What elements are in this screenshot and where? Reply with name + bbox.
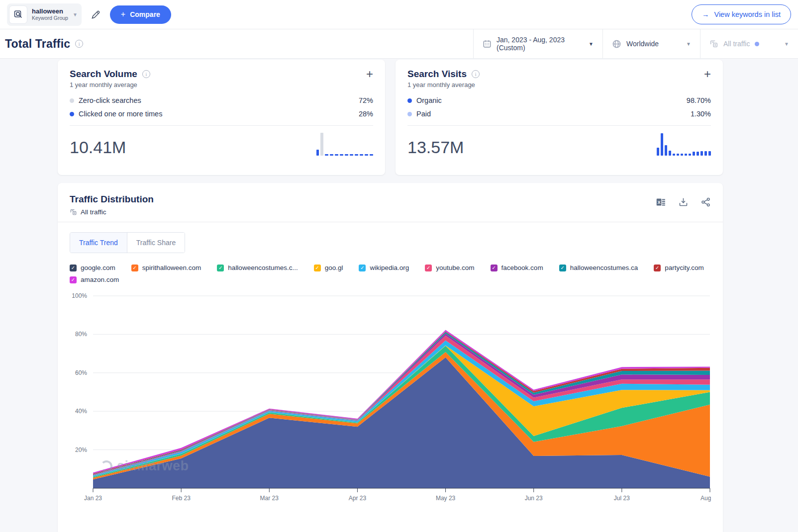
mini-chart-bar [320, 133, 323, 156]
mini-chart-bar [360, 154, 363, 156]
traffic-filter-selector[interactable]: All traffic ▼ [700, 29, 798, 58]
search-visits-total: 13.57M [407, 138, 464, 157]
svg-text:20%: 20% [75, 446, 87, 453]
mini-chart-bar [345, 154, 348, 156]
search-visits-card: Search Visits i + 1 year monthly average… [396, 60, 723, 175]
legend-item-halloweencostumes-ca[interactable]: ✓halloweencostumes.ca [559, 264, 638, 271]
svg-text:80%: 80% [75, 331, 87, 338]
mini-chart-bar [350, 154, 353, 156]
region-selector[interactable]: Worldwide ▼ [602, 29, 700, 58]
date-range-selector[interactable]: Jan, 2023 - Aug, 2023 (Custom) ▼ [473, 29, 602, 58]
checkbox-checked-icon[interactable]: ✓ [491, 265, 498, 271]
svg-text:X: X [658, 200, 661, 205]
chevron-down-icon: ▼ [784, 41, 789, 47]
checkbox-checked-icon[interactable]: ✓ [70, 265, 77, 271]
add-metric-button[interactable]: + [704, 69, 711, 79]
keyword-group-selector[interactable]: halloween Keyword Group ▼ [7, 3, 82, 26]
legend-label: goo.gl [325, 264, 343, 271]
channels-filter-icon [709, 39, 718, 48]
checkbox-checked-icon[interactable]: ✓ [217, 265, 224, 271]
mini-chart-bar [673, 154, 675, 156]
legend-item-halloweencostumes-c-[interactable]: ✓halloweencostumes.c... [217, 264, 298, 271]
compare-button[interactable]: + Compare [110, 5, 171, 24]
traffic-distribution-card: Traffic Distribution All traffic [58, 183, 723, 532]
legend-item-amazon-com[interactable]: ✓amazon.com [70, 276, 119, 283]
legend-label: wikipedia.org [370, 264, 409, 271]
legend-item-facebook-com[interactable]: ✓facebook.com [491, 264, 543, 271]
calendar-icon [483, 39, 492, 48]
legend-item-partycity-com[interactable]: ✓partycity.com [654, 264, 704, 271]
mini-chart-bar [316, 150, 319, 156]
mini-chart-bar [330, 154, 333, 156]
legend-item-google-com[interactable]: ✓google.com [70, 264, 115, 271]
mini-chart-bar [365, 154, 368, 156]
checkbox-checked-icon[interactable]: ✓ [425, 265, 432, 271]
search-volume-card: Search Volume i + 1 year monthly average… [58, 60, 385, 175]
stat-value: 1.30% [691, 110, 711, 118]
traffic-trend-chart: 20%40%60%80%100%Jan 23Feb 23Mar 23Apr 23… [70, 289, 711, 509]
legend-label: google.com [81, 264, 115, 271]
legend-label: youtube.com [436, 264, 474, 271]
keyword-group-icon [9, 5, 27, 24]
checkbox-checked-icon[interactable]: ✓ [654, 265, 661, 271]
download-icon[interactable] [678, 197, 689, 207]
info-icon[interactable]: i [472, 70, 480, 78]
edit-pencil-button[interactable] [91, 9, 101, 20]
chevron-down-icon: ▼ [686, 41, 691, 47]
search-volume-title: Search Volume [70, 69, 137, 80]
share-icon[interactable] [700, 197, 711, 207]
stat-row-organic: Organic 98.70% [407, 96, 711, 104]
chart-legend: ✓google.com✓spirithalloween.com✓hallowee… [70, 264, 711, 283]
region-value: Worldwide [626, 40, 659, 48]
export-excel-icon[interactable]: X [656, 197, 666, 207]
stacked-area-chart-svg: 20%40%60%80%100%Jan 23Feb 23Mar 23Apr 23… [70, 289, 711, 507]
mini-chart-bar [697, 152, 699, 156]
checkbox-checked-icon[interactable]: ✓ [359, 265, 366, 271]
checkbox-checked-icon[interactable]: ✓ [314, 265, 321, 271]
legend-label: partycity.com [665, 264, 704, 271]
legend-dot [70, 98, 74, 103]
info-icon[interactable]: i [142, 70, 150, 78]
svg-text:Mar 23: Mar 23 [260, 495, 279, 502]
mini-chart-bar [685, 154, 687, 156]
checkbox-checked-icon[interactable]: ✓ [70, 276, 77, 283]
info-icon[interactable]: i [75, 40, 83, 48]
mini-chart-bar [340, 154, 343, 156]
legend-dot [407, 98, 412, 103]
checkbox-checked-icon[interactable]: ✓ [131, 265, 138, 271]
legend-item-wikipedia-org[interactable]: ✓wikipedia.org [359, 264, 409, 271]
mini-chart-bar [689, 154, 691, 156]
tab-traffic-trend[interactable]: Traffic Trend [70, 233, 127, 253]
checkbox-checked-icon[interactable]: ✓ [559, 265, 566, 271]
add-metric-button[interactable]: + [366, 69, 373, 79]
traffic-distribution-filter: All traffic [81, 208, 106, 216]
legend-item-goo-gl[interactable]: ✓goo.gl [314, 264, 343, 271]
chevron-down-icon: ▼ [73, 12, 78, 17]
mini-chart-bar [661, 133, 663, 156]
stat-label: Organic [416, 96, 442, 104]
legend-label: halloweencostumes.ca [570, 264, 638, 271]
main-content: Search Volume i + 1 year monthly average… [58, 59, 723, 532]
view-keywords-button[interactable]: → View keywords in list [692, 4, 791, 24]
mini-chart-bar [693, 152, 695, 156]
svg-text:Jan 23: Jan 23 [84, 495, 102, 502]
legend-label: facebook.com [501, 264, 543, 271]
legend-item-spirithalloween-com[interactable]: ✓spirithalloween.com [131, 264, 201, 271]
svg-text:Feb 23: Feb 23 [172, 495, 191, 502]
traffic-filter-value: All traffic [723, 40, 750, 48]
svg-text:May 23: May 23 [436, 495, 456, 502]
keyword-group-name: halloween [32, 7, 68, 15]
legend-item-youtube-com[interactable]: ✓youtube.com [425, 264, 474, 271]
legend-dot [70, 112, 74, 116]
legend-dot [407, 112, 412, 116]
stat-row-zero-click: Zero-click searches 72% [70, 96, 373, 104]
mini-chart-bar [355, 154, 358, 156]
arrow-right-icon: → [702, 10, 709, 18]
search-visits-title: Search Visits [407, 69, 467, 80]
stat-label: Clicked one or more times [79, 110, 162, 118]
tab-traffic-share[interactable]: Traffic Share [127, 233, 185, 253]
mini-chart-bar [700, 151, 703, 156]
search-volume-total: 10.41M [70, 138, 126, 157]
plus-icon: + [121, 10, 125, 19]
mini-chart-bar [669, 151, 671, 156]
